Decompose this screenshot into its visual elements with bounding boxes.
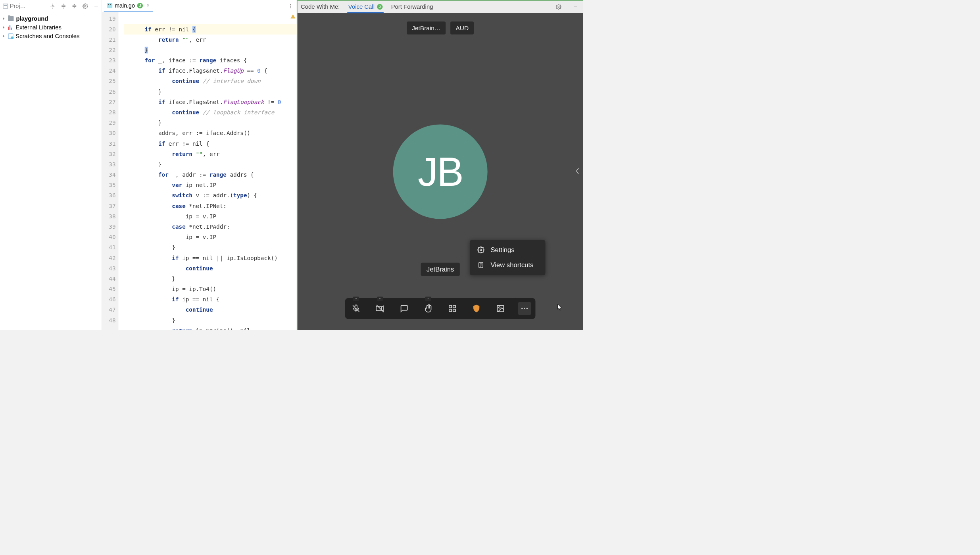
chevron-up-icon[interactable]: ⌃ xyxy=(425,297,431,301)
tab-overflow-icon[interactable] xyxy=(286,2,295,10)
svg-rect-8 xyxy=(449,305,452,308)
settings-icon[interactable] xyxy=(81,2,89,10)
svg-point-5 xyxy=(558,6,559,8)
collapse-arrow-icon[interactable] xyxy=(575,168,580,176)
tree-node-label: playground xyxy=(16,15,48,22)
tree-node-label: External Libraries xyxy=(15,24,61,31)
shield-icon xyxy=(472,304,480,312)
svg-rect-9 xyxy=(453,305,455,308)
more-icon xyxy=(520,304,528,312)
svg-point-14 xyxy=(521,308,523,309)
camera-button[interactable]: ⌃ xyxy=(373,302,386,315)
participant-name: JetBrains xyxy=(421,263,460,276)
tab-close-icon[interactable]: × xyxy=(147,3,150,8)
fold-column[interactable] xyxy=(119,12,124,330)
image-icon xyxy=(496,304,505,312)
avatar: JB xyxy=(393,124,488,219)
cwm-label: Code With Me: xyxy=(301,3,340,10)
svg-point-15 xyxy=(524,308,525,309)
presence-badge: J xyxy=(137,3,143,8)
svg-point-3 xyxy=(290,6,291,6)
document-icon xyxy=(477,262,484,269)
tab-label: main.go xyxy=(115,2,135,9)
warning-icon[interactable] xyxy=(290,14,295,19)
code-with-me-panel: Code With Me: Voice Call J Port Forwardi… xyxy=(298,0,583,330)
folder-icon xyxy=(8,16,13,21)
cwm-tabbar: Code With Me: Voice Call J Port Forwardi… xyxy=(298,1,583,13)
menu-view-shortcuts[interactable]: View shortcuts xyxy=(470,258,545,273)
chat-icon xyxy=(400,304,408,312)
more-button[interactable] xyxy=(518,302,531,315)
locate-icon[interactable] xyxy=(48,2,57,10)
share-screen-button[interactable] xyxy=(494,302,507,315)
tree-node-label: Scratches and Consoles xyxy=(15,33,79,39)
collapse-all-icon[interactable] xyxy=(70,2,79,10)
library-icon xyxy=(8,25,13,30)
project-toolbar: Proj… xyxy=(0,0,102,12)
svg-rect-11 xyxy=(453,309,455,312)
menu-label: Settings xyxy=(490,246,514,254)
svg-point-1 xyxy=(85,5,86,7)
chip-jetbrain[interactable]: JetBrain… xyxy=(407,21,446,35)
chevron-right-icon xyxy=(2,34,6,38)
project-tool-window: Proj… playground xyxy=(0,0,102,330)
presence-badge: J xyxy=(377,4,382,10)
line-gutter: 19 20 21 22 23 24 25 26 27 28 29 30 31 3… xyxy=(102,12,119,330)
chat-button[interactable] xyxy=(398,302,411,315)
project-selector-label: Proj… xyxy=(10,3,26,10)
menu-settings[interactable]: Settings xyxy=(470,242,545,257)
mouse-cursor xyxy=(557,304,562,311)
tab-port-forwarding[interactable]: Port Forwarding xyxy=(391,3,433,10)
chevron-right-icon xyxy=(2,25,6,29)
more-menu-popup: Settings View shortcuts xyxy=(470,240,545,275)
camera-off-icon xyxy=(376,304,384,312)
layout-button[interactable] xyxy=(446,302,459,315)
svg-point-6 xyxy=(480,249,482,251)
mic-off-icon xyxy=(352,304,360,312)
call-body: JetBrain… AUD JB JetBrains Settings View… xyxy=(298,13,583,330)
grid-icon xyxy=(448,304,456,312)
call-toolbar: ⌃ ⌃ ⌃ xyxy=(345,298,536,319)
gear-icon xyxy=(477,247,484,254)
expand-all-icon[interactable] xyxy=(59,2,67,10)
editor-tab-main-go[interactable]: main.go J × xyxy=(104,0,153,12)
window-icon xyxy=(3,4,8,8)
minimize-icon[interactable] xyxy=(92,2,100,10)
svg-point-16 xyxy=(527,308,528,309)
tree-node-external-libraries[interactable]: External Libraries xyxy=(0,23,102,32)
editor-area[interactable]: 19 20 21 22 23 24 25 26 27 28 29 30 31 3… xyxy=(102,12,297,330)
svg-point-0 xyxy=(52,5,54,7)
svg-point-2 xyxy=(290,4,291,5)
scratch-icon xyxy=(8,33,13,39)
go-file-icon xyxy=(107,3,112,8)
tab-voice-call[interactable]: Voice Call J xyxy=(348,3,382,10)
settings-icon[interactable] xyxy=(554,2,563,11)
security-button[interactable] xyxy=(470,302,483,315)
editor: main.go J × 19 20 21 22 23 24 25 26 27 2… xyxy=(102,0,298,330)
project-selector[interactable]: Proj… xyxy=(2,2,27,10)
chevron-up-icon[interactable]: ⌃ xyxy=(377,297,383,301)
code-content[interactable]: if err != nil { return "", err } for _, … xyxy=(124,12,297,330)
project-tree: playground External Libraries Scratches … xyxy=(0,12,102,42)
chevron-up-icon[interactable]: ⌃ xyxy=(353,297,359,301)
editor-tabs: main.go J × xyxy=(102,0,297,12)
avatar-initials: JB xyxy=(418,148,463,195)
raise-hand-button[interactable]: ⌃ xyxy=(422,302,435,315)
hand-icon xyxy=(424,304,432,312)
svg-point-4 xyxy=(290,7,291,8)
svg-point-13 xyxy=(499,307,500,308)
minimize-icon[interactable] xyxy=(571,2,580,11)
chip-aud[interactable]: AUD xyxy=(450,21,474,35)
tree-node-playground[interactable]: playground xyxy=(0,14,102,23)
menu-label: View shortcuts xyxy=(490,261,533,269)
participant-chips: JetBrain… AUD xyxy=(407,21,474,35)
chevron-right-icon xyxy=(2,17,6,21)
mic-button[interactable]: ⌃ xyxy=(350,302,363,315)
svg-rect-10 xyxy=(449,309,452,312)
tree-node-scratches[interactable]: Scratches and Consoles xyxy=(0,32,102,40)
